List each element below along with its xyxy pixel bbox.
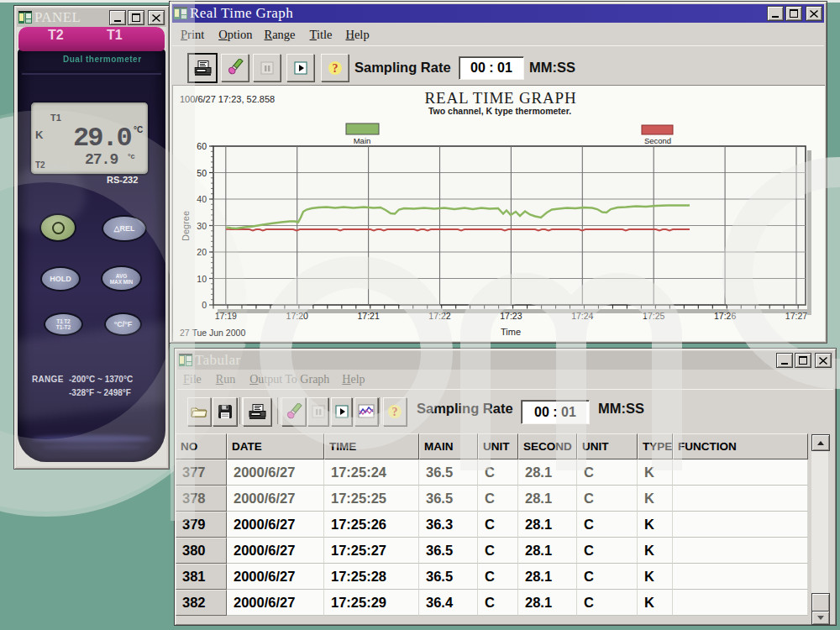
svg-text:Second: Second: [644, 136, 671, 145]
svg-text:Main: Main: [354, 136, 371, 145]
svg-text:17:23: 17:23: [500, 311, 522, 321]
svg-text:17:24: 17:24: [571, 311, 593, 321]
svg-text:17:19: 17:19: [215, 311, 237, 321]
svg-text:Two channel, K type thermomet: Two channel, K type thermometer.: [428, 106, 571, 116]
svg-text:Degree: Degree: [181, 211, 191, 241]
svg-text:20: 20: [197, 247, 207, 257]
svg-text:17:26: 17:26: [714, 311, 736, 321]
svg-text:REAL TIME GRAPH: REAL TIME GRAPH: [425, 89, 577, 107]
svg-text:17:21: 17:21: [357, 311, 379, 321]
svg-text:40: 40: [197, 194, 207, 204]
svg-text:30: 30: [197, 221, 207, 231]
svg-text:?: ?: [392, 406, 398, 418]
svg-text:0: 0: [202, 300, 207, 310]
svg-text:50: 50: [197, 168, 207, 178]
svg-text:27 Tue Jun 2000: 27 Tue Jun 2000: [180, 328, 245, 338]
svg-text:10: 10: [197, 274, 207, 284]
svg-text:?: ?: [332, 62, 338, 75]
svg-text:17:22: 17:22: [428, 311, 450, 321]
svg-text:100/6/27 17:23, 52.858: 100/6/27 17:23, 52.858: [180, 94, 275, 104]
svg-text:17:25: 17:25: [643, 311, 664, 321]
svg-text:17:20: 17:20: [286, 311, 308, 321]
svg-text:Time: Time: [501, 327, 521, 337]
svg-text:60: 60: [197, 141, 207, 151]
svg-text:17:27: 17:27: [785, 311, 807, 321]
